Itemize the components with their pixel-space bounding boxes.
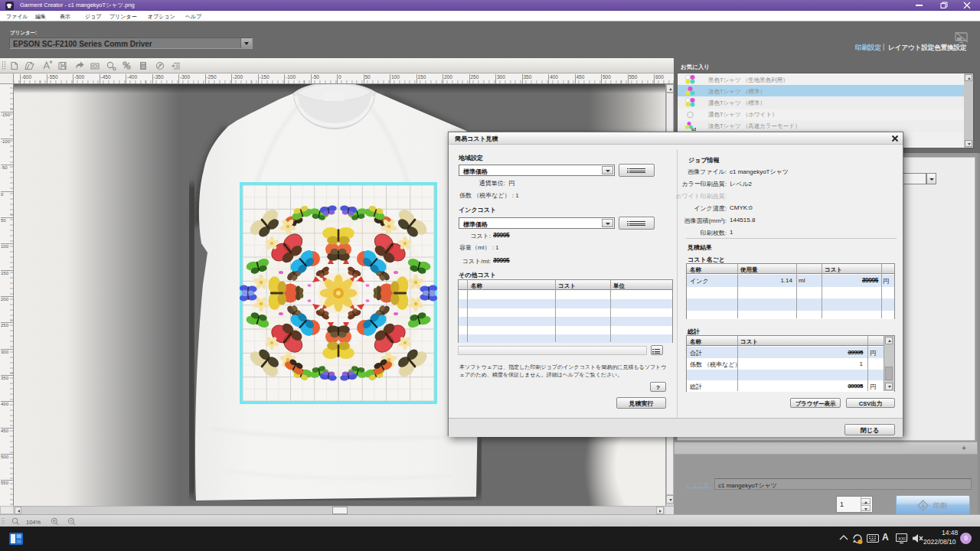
svg-text:XXI: XXI: [898, 536, 906, 541]
svg-text:x2: x2: [691, 126, 696, 131]
